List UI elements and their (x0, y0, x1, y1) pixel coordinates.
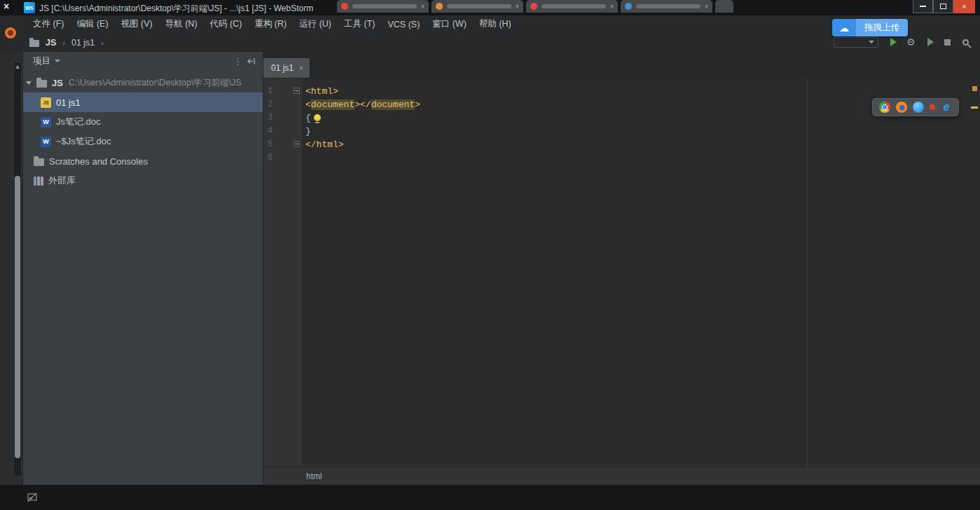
fold-marker-icon[interactable] (294, 141, 300, 147)
search-icon[interactable] (962, 39, 969, 46)
tree-item-tmp-js-notes-doc[interactable]: W ~$Js笔记.doc (23, 132, 263, 151)
editor-tab-bar: 01 js1 × (263, 52, 980, 78)
editor-breadcrumbs: html (263, 467, 980, 485)
menu-item-window[interactable]: 窗口 (W) (426, 18, 473, 30)
browser-tab[interactable]: × (337, 0, 429, 13)
error-stripe-warning-marker[interactable] (972, 86, 977, 91)
minimize-button[interactable] (913, 0, 933, 13)
menu-item-help[interactable]: 帮助 (H) (473, 18, 518, 30)
menu-item-navigate[interactable]: 导航 (N) (159, 18, 204, 30)
tree-item-label: JS (52, 78, 63, 88)
browser-tab[interactable]: × (526, 0, 618, 13)
options-kebab-icon[interactable]: ⋮ (233, 56, 242, 67)
minimize-icon (920, 6, 926, 7)
scrollbar-thumb[interactable] (15, 176, 20, 458)
chevron-down-icon[interactable] (55, 60, 60, 62)
menu-item-view[interactable]: 视图 (V) (115, 18, 159, 30)
status-bar (0, 485, 980, 510)
run-configuration-dropdown[interactable] (834, 37, 878, 48)
tree-item-01-js1[interactable]: JS 01 js1 (23, 92, 263, 112)
menu-item-code[interactable]: 代码 (C) (204, 18, 249, 30)
code-line-5: </html> (305, 138, 980, 151)
intention-bulb-icon[interactable] (314, 114, 321, 121)
overlay-scrollbar[interactable] (13, 62, 22, 476)
tree-item-scratches[interactable]: Scratches and Consoles (23, 151, 263, 171)
menu-item-vcs[interactable]: VCS (S) (381, 20, 426, 29)
code-pane[interactable]: <html> <document></document> { } </html> (303, 78, 980, 467)
editor-tab-label: 01 js1 (271, 63, 294, 73)
tab-label-unreadable (541, 4, 606, 8)
run-secondary-button[interactable] (927, 38, 934, 46)
internet-explorer-icon[interactable]: e (941, 102, 952, 113)
cloud-upload-icon: ☁ (832, 19, 856, 36)
window-title: JS [C:\Users\Administrator\Desktop\学习前端\… (39, 3, 313, 15)
hide-panel-icon[interactable] (247, 57, 256, 66)
tab-favicon (625, 3, 632, 10)
editor-area: 01 js1 × 1 2 3 4 5 6 <html> <document></… (263, 52, 980, 485)
title-bar: WS JS [C:\Users\Administrator\Desktop\学习… (0, 0, 980, 15)
tree-item-label: Js笔记.doc (56, 116, 101, 128)
browser-tab[interactable]: × (432, 0, 523, 13)
chevron-right-icon: › (62, 39, 65, 47)
tree-item-js-notes-doc[interactable]: W Js笔记.doc (23, 112, 263, 132)
chrome-browser-icon[interactable] (879, 102, 890, 113)
browser-tab[interactable]: × (621, 0, 712, 13)
chevron-down-icon[interactable] (26, 81, 32, 85)
tab-close-icon[interactable]: × (516, 3, 519, 10)
browser-tab-partial[interactable] (715, 0, 733, 13)
tab-close-icon[interactable]: × (421, 3, 425, 10)
breadcrumb-file[interactable]: 01 js1 (71, 38, 95, 48)
maximize-icon (940, 4, 946, 9)
firefox-browser-icon[interactable] (896, 102, 907, 113)
menu-item-tools[interactable]: 工具 (T) (338, 18, 381, 30)
editor-tab-01-js1[interactable]: 01 js1 × (263, 58, 310, 78)
project-tree: JS C:\Users\Administrator\Desktop\学习前端\J… (23, 70, 263, 191)
run-toolbar: ⚙ (834, 36, 969, 48)
line-number: 6 (263, 151, 302, 165)
webstorm-app-icon: WS (24, 2, 35, 13)
drag-upload-widget[interactable]: ☁ 拖拽上传 (832, 19, 908, 36)
chevron-right-icon: › (101, 39, 104, 47)
menu-item-file[interactable]: 文件 (F) (27, 18, 70, 30)
run-button[interactable] (890, 38, 897, 46)
overlay-close-icon[interactable]: × (4, 1, 9, 12)
menu-item-run[interactable]: 运行 (U) (293, 18, 338, 30)
tab-close-icon[interactable]: × (299, 64, 303, 72)
code-line-4: } (305, 125, 980, 138)
tab-close-icon[interactable]: × (705, 3, 708, 10)
stop-button[interactable] (944, 39, 951, 46)
project-panel-title[interactable]: 项目 (33, 55, 50, 67)
js-file-icon: JS (41, 97, 51, 108)
fold-marker-icon[interactable] (294, 88, 300, 94)
scroll-up-arrow-icon[interactable] (15, 65, 20, 69)
tree-item-label: 外部库 (48, 174, 76, 187)
tab-close-icon[interactable]: × (610, 3, 614, 10)
close-button[interactable]: × (953, 0, 975, 13)
open-in-browser-popup: e (872, 98, 959, 116)
breadcrumb-tag-html[interactable]: html (306, 471, 322, 481)
settings-gear-icon[interactable]: ⚙ (906, 37, 916, 47)
word-doc-icon: W (41, 117, 51, 127)
code-area[interactable]: 1 2 3 4 5 6 <html> <document></document>… (263, 78, 980, 467)
tab-favicon (530, 3, 537, 10)
menu-item-edit[interactable]: 编辑 (E) (70, 18, 114, 30)
tree-item-external-libraries[interactable]: 外部库 (23, 171, 263, 191)
error-stripe-highlight-marker[interactable] (971, 106, 978, 109)
opera-browser-icon[interactable] (930, 104, 935, 110)
tree-item-label: ~$Js笔记.doc (56, 135, 111, 148)
tab-label-unreadable (447, 4, 511, 8)
breadcrumb-root[interactable]: JS (46, 38, 56, 48)
line-number: 2 (263, 98, 302, 111)
tab-label-unreadable (636, 4, 701, 8)
occurrence-highlight: document (371, 99, 415, 110)
toolwindow-toggle-icon[interactable] (27, 492, 38, 503)
line-number: 3 (263, 111, 302, 125)
editor-gutter: 1 2 3 4 5 6 (263, 78, 303, 467)
drag-upload-label: 拖拽上传 (856, 19, 908, 36)
safari-browser-icon[interactable] (913, 102, 924, 113)
tab-favicon (341, 3, 348, 10)
recording-indicator-icon (5, 27, 16, 39)
tree-item-root[interactable]: JS C:\Users\Administrator\Desktop\学习前端\J… (23, 73, 263, 92)
maximize-button[interactable] (933, 0, 953, 13)
menu-item-refactor[interactable]: 重构 (R) (248, 18, 293, 30)
